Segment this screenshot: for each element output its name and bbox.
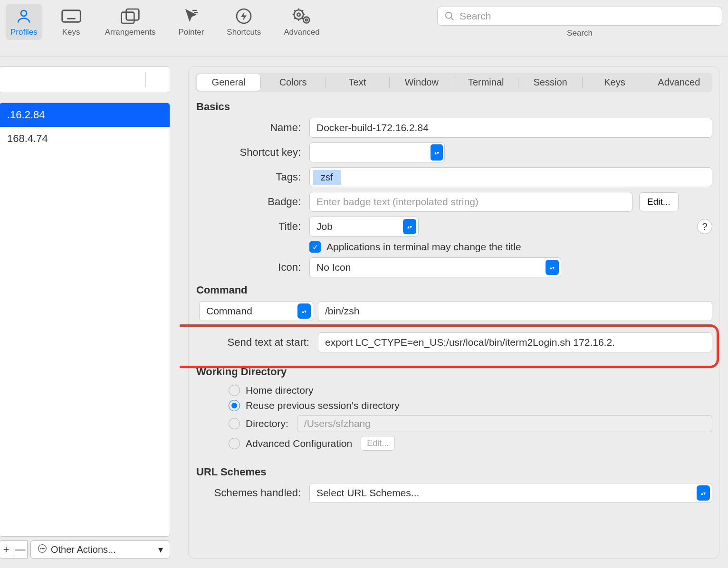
command-mode-select[interactable]: Command ▴▾	[199, 301, 313, 321]
content: General Colors Text Window Terminal Sess…	[180, 57, 728, 568]
svg-point-21	[44, 548, 45, 549]
home-label: Home directory	[246, 385, 313, 396]
chevron-updown-icon: ▴▾	[403, 219, 416, 234]
title-help-button[interactable]: ?	[697, 219, 712, 234]
svg-point-16	[446, 12, 452, 19]
title-change-label: Applications in terminal may change the …	[326, 241, 521, 253]
name-input[interactable]: Docker-build-172.16.2.84	[309, 118, 712, 138]
schemes-label: Schemes handled:	[195, 487, 309, 499]
name-label: Name:	[195, 122, 309, 134]
tags-input[interactable]: zsf	[309, 167, 712, 187]
search-input[interactable]: Search	[437, 7, 722, 26]
toolbar-label: Shortcuts	[227, 28, 261, 37]
shortcut-label: Shortcut key:	[195, 146, 309, 159]
toolbar-advanced[interactable]: Advanced	[279, 4, 325, 40]
tab-session[interactable]: Session	[518, 74, 582, 91]
command-input[interactable]: /bin/zsh	[318, 301, 712, 321]
remove-profile-button[interactable]: —	[13, 540, 28, 559]
tab-advanced[interactable]: Advanced	[647, 74, 711, 91]
command-mode-value: Command	[206, 305, 252, 317]
toolbar-label: Advanced	[284, 28, 320, 37]
search-icon	[444, 11, 455, 21]
advanced-dir-edit-button[interactable]: Edit...	[361, 436, 395, 451]
toolbar: Profiles Keys Arrangements Pointer Short…	[0, 0, 728, 57]
directory-radio[interactable]	[229, 418, 240, 429]
keyboard-icon	[60, 7, 82, 26]
tabs: General Colors Text Window Terminal Sess…	[195, 73, 712, 92]
title-change-checkbox[interactable]: ✓	[309, 241, 321, 253]
svg-point-12	[294, 10, 303, 19]
svg-rect-7	[122, 12, 134, 23]
send-text-input[interactable]: export LC_CTYPE=en_US;/usr/local/bin/ite…	[318, 332, 712, 352]
sidebar-controls: + — Other Actions... ▾	[0, 540, 170, 559]
basics-heading: Basics	[196, 101, 712, 113]
title-label: Title:	[195, 220, 309, 233]
toolbar-search-wrap: Search Search	[437, 4, 722, 38]
badge-edit-button[interactable]: Edit...	[639, 192, 679, 211]
shortcut-key-field[interactable]: ▴▾	[309, 142, 445, 162]
person-icon	[13, 7, 35, 26]
profile-filter-input[interactable]	[0, 66, 170, 93]
main: .16.2.84 168.4.74 + — Other Actions... ▾…	[0, 57, 728, 568]
directory-input[interactable]: /Users/sfzhang	[297, 415, 712, 432]
urlschemes-heading: URL Schemes	[196, 466, 712, 478]
ellipsis-circle-icon	[38, 544, 47, 556]
toolbar-label: Keys	[62, 28, 80, 37]
toolbar-keys[interactable]: Keys	[56, 4, 87, 40]
search-label: Search	[567, 28, 593, 38]
svg-rect-1	[62, 10, 80, 22]
toolbar-profiles[interactable]: Profiles	[6, 4, 42, 40]
reuse-label: Reuse previous session's directory	[246, 400, 400, 411]
tab-colors[interactable]: Colors	[261, 74, 325, 91]
svg-point-14	[303, 17, 309, 23]
title-select[interactable]: Job ▴▾	[309, 217, 419, 237]
toolbar-pointer[interactable]: Pointer	[173, 4, 209, 40]
reuse-radio[interactable]	[229, 400, 240, 411]
icon-value: No Icon	[316, 262, 351, 273]
svg-point-13	[297, 13, 300, 16]
chevron-updown-icon: ▴▾	[431, 144, 443, 161]
advanced-dir-radio[interactable]	[229, 438, 240, 449]
settings-panel: General Colors Text Window Terminal Sess…	[188, 66, 719, 559]
title-value: Job	[316, 221, 333, 232]
chevron-updown-icon: ▴▾	[297, 303, 311, 319]
command-heading: Command	[196, 284, 712, 296]
profile-row[interactable]: .16.2.84	[0, 103, 170, 127]
chevron-updown-icon: ▴▾	[697, 485, 710, 501]
icon-label: Icon:	[195, 261, 309, 274]
toolbar-arrangements[interactable]: Arrangements	[100, 4, 161, 40]
directory-label: Directory:	[246, 418, 288, 429]
icon-select[interactable]: No Icon ▴▾	[309, 257, 561, 277]
add-profile-button[interactable]: +	[0, 540, 13, 559]
toolbar-shortcuts[interactable]: Shortcuts	[222, 4, 266, 40]
toolbar-label: Profiles	[10, 28, 38, 37]
tab-general[interactable]: General	[197, 74, 260, 91]
home-radio[interactable]	[229, 385, 240, 396]
profile-row[interactable]: 168.4.74	[0, 127, 170, 151]
tab-terminal[interactable]: Terminal	[454, 74, 518, 91]
toolbar-label: Arrangements	[105, 28, 156, 37]
tab-keys[interactable]: Keys	[583, 74, 646, 91]
svg-point-0	[21, 10, 27, 16]
schemes-value: Select URL Schemes...	[316, 487, 419, 499]
svg-rect-8	[126, 9, 139, 20]
tab-window[interactable]: Window	[390, 74, 453, 91]
other-actions-label: Other Actions...	[51, 544, 116, 555]
other-actions-select[interactable]: Other Actions... ▾	[30, 540, 170, 559]
svg-point-19	[40, 548, 41, 549]
chevron-down-icon: ▾	[158, 544, 163, 555]
svg-point-15	[306, 19, 307, 21]
bolt-circle-icon	[233, 7, 255, 26]
chevron-updown-icon: ▴▾	[546, 260, 559, 275]
toolbar-label: Pointer	[178, 28, 204, 37]
badge-input[interactable]: Enter badge text (interpolated string)	[309, 192, 632, 212]
tags-label: Tags:	[195, 171, 309, 183]
workdir-heading: Working Directory	[196, 366, 712, 378]
windows-icon	[119, 7, 141, 26]
tag-chip[interactable]: zsf	[313, 170, 341, 185]
svg-line-17	[451, 18, 454, 20]
badge-label: Badge:	[195, 196, 309, 208]
profile-list: .16.2.84 168.4.74	[0, 103, 170, 537]
schemes-select[interactable]: Select URL Schemes... ▴▾	[309, 483, 712, 503]
tab-text[interactable]: Text	[326, 74, 389, 91]
